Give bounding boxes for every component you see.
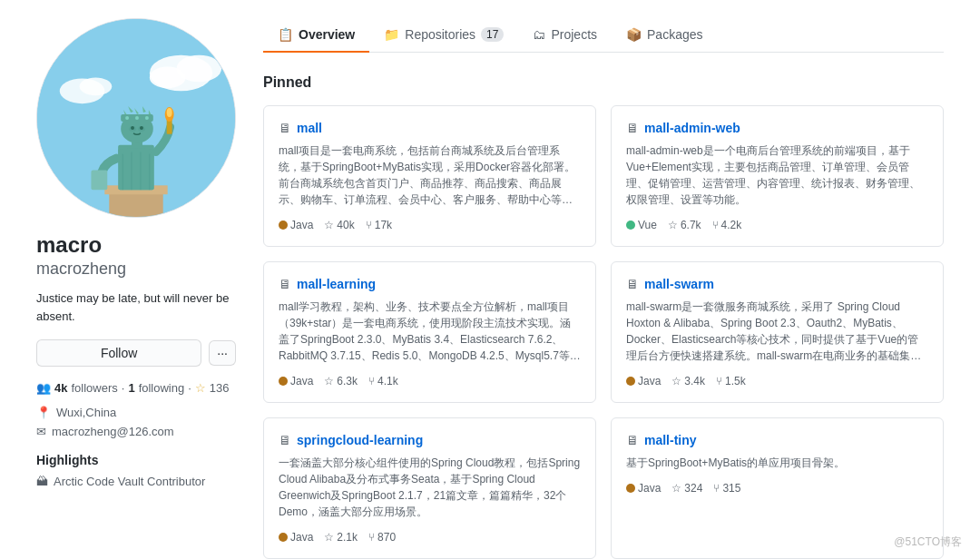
stars-stat-mall-admin: ☆ 6.7k — [668, 219, 701, 231]
repo-card-mall-swarm: 🖥 mall-swarm mall-swarm是一套微服务商城系统，采用了 Sp… — [611, 261, 944, 403]
repo-card-mall-learning: 🖥 mall-learning mall学习教程，架构、业务、技术要点全方位解析… — [263, 261, 596, 403]
repo-name-springcloud-learning[interactable]: springcloud-learning — [297, 433, 423, 447]
repo-card-header-2: 🖥 mall-admin-web — [626, 121, 928, 135]
repo-card-springcloud-learning: 🖥 springcloud-learning 一套涵盖大部分核心组件使用的Spr… — [263, 417, 596, 559]
tab-packages[interactable]: 📦 Packages — [612, 18, 717, 53]
tab-projects[interactable]: 🗂 Projects — [518, 18, 612, 53]
lang-stat-mall: Java — [279, 219, 313, 231]
star-icon-mall-swarm: ☆ — [671, 375, 681, 387]
lang-label-mall-learning: Java — [290, 375, 313, 387]
stars-stat-mall-swarm: ☆ 3.4k — [671, 375, 705, 387]
forks-stat-mall-admin: ⑂ 4.2k — [712, 219, 742, 231]
repo-name-mall-swarm[interactable]: mall-swarm — [644, 277, 714, 291]
repo-meta-mall: Java ☆ 40k ⑂ 17k — [279, 219, 581, 231]
followers-link[interactable]: 4k — [54, 381, 67, 395]
star-icon-mall-tiny: ☆ — [671, 482, 681, 495]
repo-card-icon-2: 🖥 — [626, 121, 639, 135]
separator: · — [122, 381, 125, 395]
forks-stat-mall-swarm: ⑂ 1.5k — [716, 375, 746, 387]
stars-count-mall-learning: 6.3k — [337, 375, 358, 387]
forks-count-mall-learning: 4.1k — [377, 375, 398, 387]
repo-name-mall-learning[interactable]: mall-learning — [297, 277, 376, 291]
forks-stat-springcloud: ⑂ 870 — [368, 531, 396, 544]
repo-desc-mall-swarm: mall-swarm是一套微服务商城系统，采用了 Spring Cloud Ho… — [626, 299, 928, 364]
repo-meta-springcloud-learning: Java ☆ 2.1k ⑂ 870 — [279, 531, 581, 544]
lang-stat-mall-swarm: Java — [626, 375, 661, 387]
stars-count-mall-admin: 6.7k — [681, 219, 701, 231]
profile-username: macrozheng — [36, 260, 236, 279]
sidebar: macro macrozheng Justice may be late, bu… — [36, 18, 236, 559]
forks-count-mall: 17k — [375, 219, 392, 231]
repo-name-mall-tiny[interactable]: mall-tiny — [644, 433, 697, 447]
highlights-item: 🏔 Arctic Code Vault Contributor — [36, 475, 236, 488]
arctic-icon: 🏔 — [36, 475, 48, 488]
lang-label-springcloud: Java — [290, 531, 313, 544]
fork-icon-mall-learning: ⑂ — [368, 375, 375, 387]
stars-stat-springcloud: ☆ 2.1k — [324, 531, 358, 544]
stars-count-mall-tiny: 324 — [684, 482, 702, 495]
lang-label-mall-tiny: Java — [638, 482, 661, 495]
forks-stat-mall-tiny: ⑂ 315 — [713, 482, 740, 495]
tab-projects-label: Projects — [551, 27, 597, 42]
repo-card-mall: 🖥 mall mall项目是一套电商系统，包括前台商城系统及后台管理系统，基于S… — [263, 105, 596, 247]
highlights-item-text: Arctic Code Vault Contributor — [54, 475, 205, 488]
fork-icon-mall-swarm: ⑂ — [716, 375, 722, 387]
repo-meta-mall-admin-web: Vue ☆ 6.7k ⑂ 4.2k — [626, 219, 928, 231]
repo-name-mall[interactable]: mall — [297, 121, 322, 135]
svg-point-18 — [140, 126, 143, 130]
followers-label: followers — [71, 381, 117, 395]
lang-dot-vue — [626, 221, 635, 230]
lang-dot-java-2 — [279, 377, 288, 386]
more-options-button[interactable]: ··· — [209, 340, 236, 366]
repo-card-header-6: 🖥 mall-tiny — [626, 433, 928, 447]
repo-meta-mall-learning: Java ☆ 6.3k ⑂ 4.1k — [279, 375, 581, 387]
tab-packages-label: Packages — [647, 27, 702, 42]
svg-point-17 — [131, 126, 134, 130]
watermark: @51CTO博客 — [894, 534, 962, 550]
follow-row: Follow ··· — [36, 339, 236, 367]
repo-card-icon-5: 🖥 — [279, 433, 291, 447]
lang-label-mall-admin: Vue — [638, 219, 657, 231]
following-label: following — [139, 381, 185, 395]
pinned-section: Pinned 🖥 mall mall项目是一套电商系统，包括前台商城系统及后台管… — [263, 74, 944, 559]
fork-icon-mall-tiny: ⑂ — [713, 482, 720, 495]
repo-card-icon: 🖥 — [279, 121, 291, 135]
svg-point-25 — [125, 116, 129, 120]
repo-desc-mall-admin-web: mall-admin-web是一个电商后台管理系统的前端项目，基于Vue+Ele… — [626, 142, 928, 208]
tabs: 📋 Overview 📁 Repositories 17 🗂 Projects … — [263, 18, 944, 53]
following-link[interactable]: 1 — [128, 381, 134, 395]
lang-stat-mall-tiny: Java — [626, 482, 661, 495]
email-text: macrozheng@126.com — [52, 425, 174, 438]
highlights-title: Highlights — [36, 453, 236, 467]
location-meta: 📍 Wuxi,China — [36, 406, 236, 419]
repo-name-mall-admin-web[interactable]: mall-admin-web — [644, 121, 740, 135]
email-icon: ✉ — [36, 425, 46, 438]
tab-repositories[interactable]: 📁 Repositories 17 — [369, 18, 518, 53]
lang-dot-java — [279, 221, 288, 230]
stars-stat-mall-learning: ☆ 6.3k — [324, 375, 358, 387]
fork-icon-mall-admin: ⑂ — [712, 219, 719, 231]
stars-count-mall-swarm: 3.4k — [684, 375, 705, 387]
forks-stat-mall: ⑂ 17k — [366, 219, 392, 231]
lang-dot-java-3 — [626, 377, 635, 386]
lang-stat-springcloud: Java — [279, 531, 313, 544]
star-icon-mall: ☆ — [324, 219, 334, 231]
forks-count-mall-tiny: 315 — [722, 482, 740, 495]
repo-card-icon-6: 🖥 — [626, 433, 639, 447]
lang-stat-mall-learning: Java — [279, 375, 313, 387]
fork-icon-mall: ⑂ — [366, 219, 372, 231]
tab-overview[interactable]: 📋 Overview — [263, 18, 369, 53]
people-icon: 👥 — [36, 381, 51, 395]
svg-point-3 — [150, 67, 186, 89]
repo-card-mall-admin-web: 🖥 mall-admin-web mall-admin-web是一个电商后台管理… — [611, 105, 944, 247]
separator2: · — [188, 381, 191, 395]
stars-count-mall: 40k — [337, 219, 354, 231]
svg-point-26 — [135, 116, 139, 120]
follow-button[interactable]: Follow — [36, 339, 201, 367]
repo-card-header-5: 🖥 springcloud-learning — [279, 433, 581, 447]
repo-card-header-4: 🖥 mall-swarm — [626, 277, 928, 291]
star-icon-mall-learning: ☆ — [324, 375, 334, 387]
stars-count-springcloud: 2.1k — [337, 531, 358, 544]
repo-desc-mall-tiny: 基于SpringBoot+MyBatis的单应用项目骨架。 — [626, 455, 928, 471]
forks-count-mall-swarm: 1.5k — [725, 375, 746, 387]
